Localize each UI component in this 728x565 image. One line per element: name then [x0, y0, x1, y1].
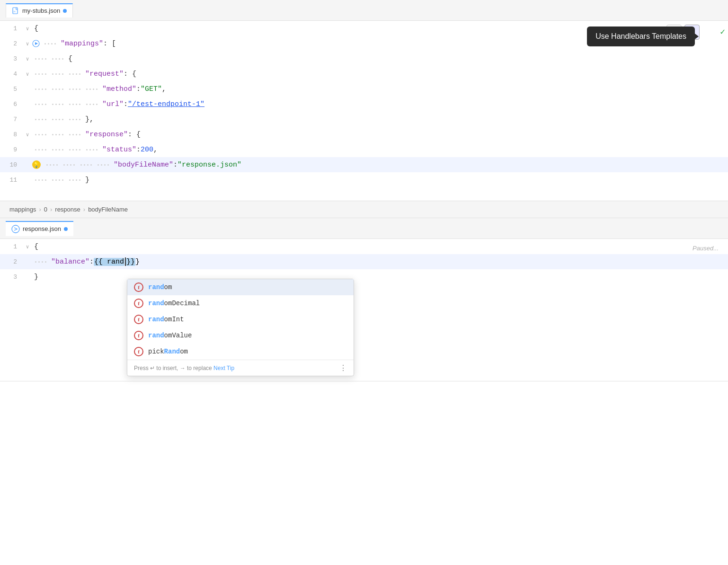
bottom-line-3: 3 }: [0, 269, 728, 284]
lightbulb-icon[interactable]: 💡: [32, 160, 41, 169]
handlebars-tooltip: Use Handlebars Templates: [587, 26, 695, 46]
bottom-line-1: 1 ∨ {: [0, 239, 728, 254]
code-line-4: 4 ∨ "request": {: [0, 66, 728, 81]
line-content-11: }: [83, 176, 89, 184]
code-line-8: 8 ∨ "response": {: [0, 127, 728, 142]
response-file-icon: [11, 225, 20, 233]
bottom-code-editor: Paused... 1 ∨ { 2 "balance": {{ rand }}}…: [0, 239, 728, 381]
code-line-6: 6 "url": "/test-endpoint-1": [0, 97, 728, 112]
autocomplete-item-randomdecimal[interactable]: f randomDecimal: [127, 295, 354, 311]
top-tab[interactable]: JS my-stubs.json: [6, 3, 73, 18]
autocomplete-item-random[interactable]: f random: [127, 279, 354, 295]
line-num-6: 6: [0, 101, 23, 108]
autocomplete-label-random: random: [148, 283, 172, 291]
line-num-8: 8: [0, 131, 23, 138]
breadcrumb-sep-2: ›: [50, 206, 52, 213]
fold-1[interactable]: ∨: [23, 26, 32, 32]
autocomplete-label-randomint: randomInt: [148, 316, 184, 323]
func-icon-pickrandom: f: [134, 347, 143, 356]
line-num-11: 11: [0, 177, 23, 184]
func-icon-randomdecimal: f: [134, 299, 143, 308]
top-code-editor: 1 ∨ { 2 ∨ "mappings": [ 3 ∨: [0, 21, 728, 201]
svg-marker-3: [35, 42, 38, 45]
func-icon-randomvalue: f: [134, 331, 143, 340]
autocomplete-more-button[interactable]: ⋮: [339, 363, 347, 372]
line-content-8: "response": {: [83, 131, 141, 139]
code-line-5: 5 "method": "GET",: [0, 81, 728, 97]
line-num-7: 7: [0, 116, 23, 123]
bottom-editor-pane: response.json Paused... 1 ∨ { 2 "balance…: [0, 218, 728, 381]
next-tip-link[interactable]: Next Tip: [213, 365, 234, 371]
line-content-9: "status": 200,: [100, 146, 158, 154]
breadcrumb-item-0: 0: [44, 206, 47, 213]
breadcrumb-item-mappings: mappings: [9, 206, 36, 213]
bottom-tab-modified-dot: [64, 227, 68, 231]
bottom-line-num-2: 2: [0, 258, 23, 265]
line-num-3: 3: [0, 55, 23, 62]
autocomplete-footer: Press ↵ to insert, → to replace Next Tip…: [127, 360, 354, 376]
top-tab-modified-dot: [63, 9, 67, 13]
code-line-3: 3 ∨ {: [0, 51, 728, 66]
line-content-10: "bodyFileName": "response.json": [112, 161, 241, 169]
line-content-5: "method": "GET",: [100, 85, 166, 93]
top-breadcrumb: mappings › 0 › response › bodyFileName: [0, 201, 728, 218]
code-line-9: 9 "status": 200,: [0, 142, 728, 157]
play-icon[interactable]: [32, 40, 40, 47]
bottom-fold-1[interactable]: ∨: [23, 244, 32, 250]
bottom-line-content-2: "balance": {{ rand }}}: [49, 257, 140, 266]
tooltip-text: Use Handlebars Templates: [595, 32, 686, 40]
autocomplete-footer-hint: Press ↵ to insert, → to replace Next Tip: [134, 365, 234, 371]
func-icon-randomint: f: [134, 315, 143, 324]
fold-3[interactable]: ∨: [23, 56, 32, 62]
line-content-3: {: [66, 55, 72, 63]
breadcrumb-sep-3: ›: [83, 206, 85, 213]
bottom-line-num-1: 1: [0, 243, 23, 250]
line-content-7: },: [83, 115, 94, 124]
fold-4[interactable]: ∨: [23, 71, 32, 77]
code-line-11: 11 }: [0, 172, 728, 187]
autocomplete-item-randomint[interactable]: f randomInt: [127, 311, 354, 327]
bottom-tab[interactable]: response.json: [6, 221, 73, 236]
autocomplete-dropdown: f random f randomDecimal f randomInt: [127, 279, 354, 376]
top-editor-pane: JS my-stubs.json 1 ∨ { 2 ∨: [0, 0, 728, 218]
autocomplete-label-pickrandom: pickRandom: [148, 348, 188, 355]
autocomplete-label-randomvalue: randomValue: [148, 332, 192, 339]
autocomplete-label-randomdecimal: randomDecimal: [148, 300, 200, 307]
line-num-1: 1: [0, 25, 23, 32]
autocomplete-item-pickrandom[interactable]: f pickRandom: [127, 344, 354, 360]
line-num-10: 10: [0, 161, 23, 168]
line-num-4: 4: [0, 71, 23, 78]
func-icon-random: f: [134, 282, 143, 292]
line-content-2: "mappings": [: [59, 40, 116, 48]
bottom-line-2[interactable]: 2 "balance": {{ rand }}}: [0, 254, 728, 269]
breadcrumb-sep-1: ›: [39, 206, 41, 213]
bottom-tab-bar: response.json: [0, 218, 728, 239]
svg-text:JS: JS: [13, 10, 16, 13]
save-checkmark: ✓: [720, 26, 725, 37]
fold-2[interactable]: ∨: [23, 41, 32, 47]
line-content-6: "url": "/test-endpoint-1": [100, 100, 204, 108]
json-file-icon: JS: [12, 7, 19, 15]
line-num-5: 5: [0, 86, 23, 93]
breadcrumb-item-bodyfilename: bodyFileName: [88, 206, 128, 213]
top-tab-bar: JS my-stubs.json: [0, 0, 728, 21]
code-line-7: 7 },: [0, 112, 728, 127]
line-content-1: {: [32, 25, 38, 33]
bottom-line-content-3: }: [32, 273, 38, 281]
svg-point-8: [12, 225, 19, 233]
bottom-line-num-3: 3: [0, 274, 23, 281]
code-line-10: 10 💡 "bodyFileName": "response.json": [0, 157, 728, 172]
top-tab-label: my-stubs.json: [22, 7, 60, 14]
bottom-line-content-1: {: [32, 243, 38, 251]
fold-8[interactable]: ∨: [23, 132, 32, 138]
line-num-2: 2: [0, 40, 23, 47]
bottom-tab-label: response.json: [23, 225, 61, 232]
autocomplete-item-randomvalue[interactable]: f randomValue: [127, 327, 354, 344]
line-num-9: 9: [0, 146, 23, 153]
line-content-4: "request": {: [83, 70, 136, 78]
breadcrumb-item-response: response: [55, 206, 80, 213]
